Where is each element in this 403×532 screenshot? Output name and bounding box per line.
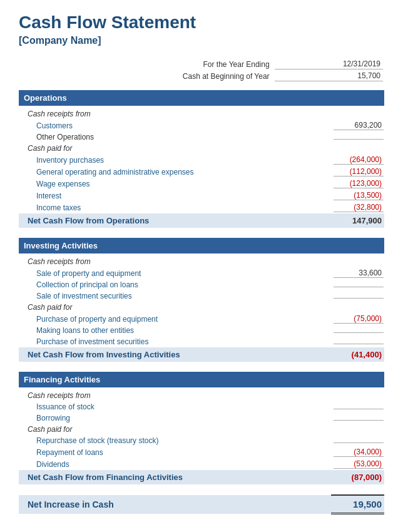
inv-receipts-label: Cash receipts from bbox=[19, 256, 331, 267]
header-section: For the Year Ending 12/31/2019 Cash at B… bbox=[19, 58, 384, 83]
purchase-prop-value: (75,000) bbox=[334, 314, 384, 324]
net-increase-value: 19,500 bbox=[331, 495, 384, 514]
year-label: For the Year Ending bbox=[20, 59, 273, 69]
gen-admin-label: General operating and administrative exp… bbox=[19, 166, 331, 178]
net-increase-table: Net Increase in Cash 19,500 bbox=[19, 494, 384, 514]
ops-net-label: Net Cash Flow from Operations bbox=[19, 213, 331, 228]
inv-net-label: Net Cash Flow from Investing Activities bbox=[19, 347, 331, 362]
wage-value: (123,000) bbox=[334, 179, 384, 188]
income-tax-label: Income taxes bbox=[19, 202, 331, 213]
repayment-label: Repayment of loans bbox=[19, 446, 331, 458]
repurchase-label: Repurchase of stock (treasury stock) bbox=[19, 435, 331, 446]
sale-prop-label: Sale of property and equipment bbox=[19, 267, 331, 279]
ops-paid-label: Cash paid for bbox=[19, 143, 331, 154]
borrowing-label: Borrowing bbox=[19, 412, 331, 424]
dividends-label: Dividends bbox=[19, 458, 331, 470]
investing-header: Investing Activities bbox=[19, 238, 384, 253]
income-tax-value: (32,800) bbox=[334, 203, 384, 212]
investing-table: Cash receipts from Sale of property and … bbox=[19, 256, 384, 362]
sale-prop-value: 33,600 bbox=[334, 269, 384, 278]
inventory-value: (264,000) bbox=[334, 155, 384, 165]
inv-paid-label: Cash paid for bbox=[19, 302, 331, 313]
loans-value bbox=[334, 332, 384, 333]
fin-paid-label: Cash paid for bbox=[19, 424, 331, 435]
sale-invest-label: Sale of investment securities bbox=[19, 290, 331, 302]
loans-label: Making loans to other entities bbox=[19, 325, 331, 336]
fin-net-value: (87,000) bbox=[331, 470, 384, 484]
sale-invest-value bbox=[334, 298, 384, 299]
inv-net-value: (41,400) bbox=[331, 347, 384, 362]
footer-section: Cash at End of Year 35,200 bbox=[19, 529, 384, 532]
net-increase-label: Net Increase in Cash bbox=[19, 495, 331, 514]
fin-receipts-label: Cash receipts from bbox=[19, 390, 331, 401]
company-name: [Company Name] bbox=[19, 35, 384, 46]
issuance-label: Issuance of stock bbox=[19, 401, 331, 412]
borrowing-value bbox=[334, 420, 384, 421]
interest-label: Interest bbox=[19, 190, 331, 202]
purchase-invest-value bbox=[334, 344, 384, 344]
page-title: Cash Flow Statement bbox=[19, 13, 384, 33]
collection-label: Collection of principal on loans bbox=[19, 279, 331, 290]
gen-admin-value: (112,000) bbox=[334, 167, 384, 176]
other-ops-label: Other Operations bbox=[19, 131, 331, 143]
cash-begin-value: 15,700 bbox=[275, 71, 383, 81]
inventory-label: Inventory purchases bbox=[19, 154, 331, 166]
wage-label: Wage expenses bbox=[19, 178, 331, 190]
year-value: 12/31/2019 bbox=[275, 59, 383, 69]
purchase-prop-label: Purchase of property and equipment bbox=[19, 313, 331, 325]
ops-receipts-label: Cash receipts from bbox=[19, 108, 331, 120]
repayment-value: (34,000) bbox=[334, 448, 384, 457]
purchase-invest-label: Purchase of investment securities bbox=[19, 336, 331, 347]
repurchase-value bbox=[334, 442, 384, 443]
customers-label: Customers bbox=[19, 120, 331, 131]
cash-begin-label: Cash at Beginning of Year bbox=[20, 71, 273, 81]
financing-header: Financing Activities bbox=[19, 372, 384, 387]
collection-value bbox=[334, 287, 384, 287]
financing-table: Cash receipts from Issuance of stock Bor… bbox=[19, 390, 384, 484]
ops-net-value: 147,900 bbox=[331, 213, 384, 228]
dividends-value: (53,000) bbox=[334, 459, 384, 469]
operations-table: Cash receipts from Customers 693,200 Oth… bbox=[19, 108, 384, 228]
interest-value: (13,500) bbox=[334, 191, 384, 200]
other-ops-value bbox=[334, 139, 384, 140]
fin-net-label: Net Cash Flow from Financing Activities bbox=[19, 470, 331, 484]
issuance-value bbox=[334, 409, 384, 409]
operations-header: Operations bbox=[19, 90, 384, 106]
customers-value: 693,200 bbox=[334, 121, 384, 130]
